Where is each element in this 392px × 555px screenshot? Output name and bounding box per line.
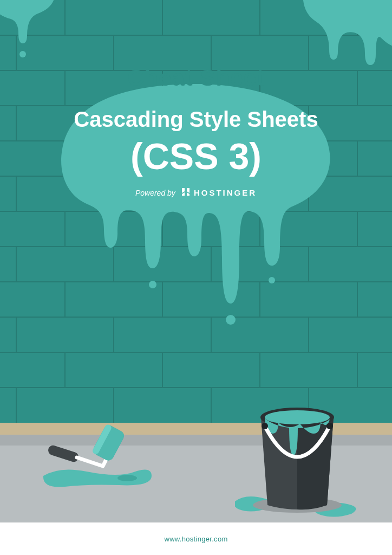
svg-point-63	[117, 475, 137, 481]
svg-point-59	[19, 51, 26, 57]
svg-rect-64	[47, 444, 80, 463]
brand-text: HOSTINGER	[194, 188, 257, 197]
powered-label: Powered by	[135, 189, 175, 197]
powered-by-line: Powered by HOSTINGER	[0, 187, 392, 198]
svg-point-72	[326, 423, 333, 429]
footer: www.hostinger.com	[0, 522, 392, 555]
main-title: (CSS 3)	[0, 135, 392, 177]
paint-bucket-illustration	[235, 379, 360, 520]
subtitle: Cascading Style Sheets	[0, 107, 392, 132]
svg-point-71	[262, 423, 268, 429]
brand-label: HOSTINGER	[181, 187, 257, 198]
hostinger-logo-icon	[181, 187, 191, 198]
paint-roller-illustration	[38, 396, 157, 493]
paint-splash-top-left	[0, 0, 65, 70]
pretitle: Cheat Sheet	[0, 65, 392, 91]
footer-url: www.hostinger.com	[164, 535, 227, 543]
title-block: Cheat Sheet Cascading Style Sheets (CSS …	[0, 65, 392, 198]
svg-point-70	[265, 410, 330, 424]
